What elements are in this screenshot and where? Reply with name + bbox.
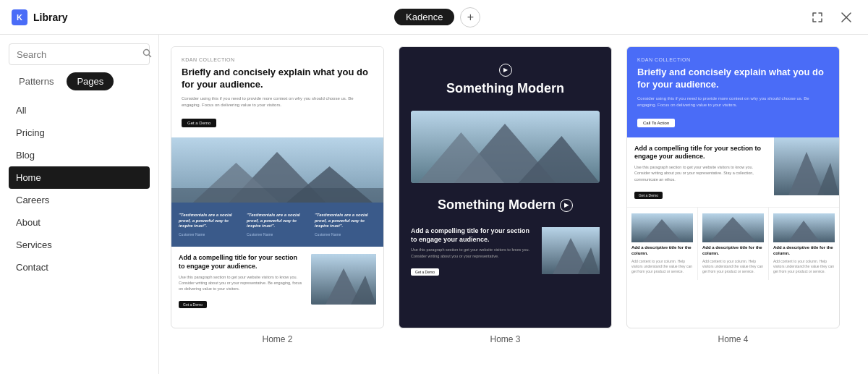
header-center: Kadence +	[394, 7, 480, 27]
header-right	[807, 7, 856, 27]
template-label-home4: Home 4	[718, 334, 748, 344]
home2-section-title: Add a compelling title for your section …	[179, 254, 304, 271]
home2-top-section: KDAN COLLECTION Briefly and concisely ex…	[171, 47, 383, 137]
home4-grid-image-3	[773, 213, 835, 242]
home4-grid-item-2: Add a descriptive title for the column. …	[698, 208, 769, 280]
header-left: K Library	[12, 9, 67, 25]
nav-items: All Pricing Blog Home Careers About Serv…	[9, 99, 150, 279]
testimonial-2: "Testimonials are a social proof, a powe…	[244, 210, 311, 239]
home4-section-title: Add a compelling title for your section …	[634, 145, 767, 161]
templates-content: KDAN COLLECTION Briefly and concisely ex…	[159, 35, 868, 374]
svg-rect-5	[171, 188, 383, 203]
app-title: Library	[33, 12, 67, 23]
home3-section-desc: Use this paragraph section to get your w…	[411, 247, 533, 259]
home3-bottom-section: Add a compelling title for your section …	[399, 220, 611, 284]
home3-section-btn: Get a Demo	[411, 268, 439, 276]
search-icon	[142, 48, 152, 60]
template-label-home3: Home 3	[490, 334, 520, 344]
expand-icon[interactable]	[807, 7, 827, 27]
home3-play-right-icon: ▶	[560, 199, 573, 212]
nav-item-services[interactable]: Services	[9, 234, 150, 256]
home3-section-text: Add a compelling title for your section …	[411, 227, 533, 276]
testimonial-3: "Testimonials are a social proof, a powe…	[312, 210, 379, 239]
testimonial-3-author: Customer Name	[315, 232, 376, 237]
template-label-home2: Home 2	[262, 334, 292, 344]
home2-hero-image	[171, 137, 383, 203]
home4-cta-btn: Call To Action	[637, 119, 675, 127]
testimonial-2-author: Customer Name	[247, 232, 308, 237]
template-card-home4[interactable]: KDAN COLLECTION Briefly and concisely ex…	[626, 46, 840, 344]
home4-grid-title-1: Add a descriptive title for the column.	[631, 245, 693, 257]
sidebar: Patterns Pages All Pricing Blog Home Car…	[0, 35, 159, 374]
home4-grid-image-1	[631, 213, 693, 242]
home3-section-title: Add a compelling title for your section …	[411, 227, 533, 244]
nav-item-pricing[interactable]: Pricing	[9, 122, 150, 144]
template-preview-home3: ▶ Something Modern	[399, 46, 612, 328]
home4-mid-text: Add a compelling title for your section …	[627, 137, 774, 207]
nav-item-all[interactable]: All	[9, 99, 150, 122]
home2-cta-btn: Get a Demo	[182, 119, 216, 127]
home3-top-section: ▶ Something Modern	[399, 47, 611, 103]
home4-section-btn: Get a Demo	[634, 192, 663, 199]
tab-pages[interactable]: Pages	[67, 72, 114, 90]
testimonial-3-text: "Testimonials are a social proof, a powe…	[315, 213, 376, 229]
home3-title: Something Modern	[411, 81, 600, 97]
testimonial-1: "Testimonials are a social proof, a powe…	[176, 210, 243, 239]
app-header: K Library Kadence +	[0, 0, 868, 35]
home3-hero-image	[411, 111, 600, 183]
template-preview-home4: KDAN COLLECTION Briefly and concisely ex…	[626, 46, 840, 328]
home3-play-icon: ▶	[499, 64, 512, 77]
template-preview-home2: KDAN COLLECTION Briefly and concisely ex…	[171, 46, 384, 328]
home4-grid-image-2	[702, 213, 764, 242]
home2-section-desc: Use this paragraph section to get your w…	[179, 274, 304, 292]
home4-mid-section: Add a compelling title for your section …	[627, 137, 839, 207]
home2-desc: Consider using this if you need to provi…	[182, 95, 373, 109]
tab-row: Patterns Pages	[9, 72, 150, 90]
home2-section-image	[311, 254, 376, 305]
home4-grid-desc-2: Add content to your column. Help visitor…	[702, 259, 764, 274]
home4-desc: Consider using this if you need to provi…	[637, 95, 829, 109]
home2-section-text: Add a compelling title for your section …	[179, 254, 304, 309]
home3-subtitle: Something Modern ▶	[399, 190, 611, 220]
main-content: Patterns Pages All Pricing Blog Home Car…	[0, 35, 868, 374]
home4-grid-title-3: Add a descriptive title for the column.	[773, 245, 835, 257]
home4-top-section: KDAN COLLECTION Briefly and concisely ex…	[627, 47, 839, 137]
close-icon[interactable]	[836, 7, 856, 27]
home2-tag: KDAN COLLECTION	[182, 57, 373, 62]
kadence-badge[interactable]: Kadence	[394, 9, 454, 25]
home4-tag: KDAN COLLECTION	[637, 57, 829, 62]
home4-grid-desc-1: Add content to your column. Help visitor…	[631, 259, 693, 274]
testimonial-2-text: "Testimonials are a social proof, a powe…	[247, 213, 308, 229]
home2-bottom-section: Add a compelling title for your section …	[171, 247, 383, 316]
nav-item-about[interactable]: About	[9, 211, 150, 234]
home4-section-desc: Use this paragraph section to get your w…	[634, 164, 767, 182]
home3-section-image	[542, 227, 600, 274]
home4-title: Briefly and concisely explain what you d…	[637, 67, 829, 91]
home4-grid-desc-3: Add content to your column. Help visitor…	[773, 259, 835, 274]
tab-patterns[interactable]: Patterns	[9, 72, 64, 90]
home4-mid-image	[774, 137, 839, 195]
search-box[interactable]	[9, 43, 150, 65]
nav-item-careers[interactable]: Careers	[9, 189, 150, 211]
nav-item-contact[interactable]: Contact	[9, 256, 150, 279]
home4-bottom-grid: Add a descriptive title for the column. …	[627, 207, 839, 280]
template-card-home3[interactable]: ▶ Something Modern	[399, 46, 612, 344]
nav-item-home[interactable]: Home	[9, 166, 150, 189]
home4-grid-title-2: Add a descriptive title for the column.	[702, 245, 764, 257]
testimonial-1-author: Customer Name	[179, 232, 240, 237]
home4-grid-item-1: Add a descriptive title for the column. …	[627, 208, 698, 280]
search-input[interactable]	[17, 49, 138, 60]
home2-testimonials: "Testimonials are a social proof, a powe…	[171, 203, 383, 247]
svg-point-0	[144, 50, 150, 56]
home2-section-btn: Get a Demo	[179, 301, 207, 308]
testimonial-1-text: "Testimonials are a social proof, a powe…	[179, 213, 240, 229]
home2-title: Briefly and concisely explain what you d…	[182, 67, 373, 91]
template-card-home2[interactable]: KDAN COLLECTION Briefly and concisely ex…	[171, 46, 384, 344]
app-logo-icon: K	[12, 9, 27, 25]
add-button[interactable]: +	[460, 7, 480, 27]
nav-item-blog[interactable]: Blog	[9, 144, 150, 166]
home4-grid-item-3: Add a descriptive title for the column. …	[769, 208, 839, 280]
